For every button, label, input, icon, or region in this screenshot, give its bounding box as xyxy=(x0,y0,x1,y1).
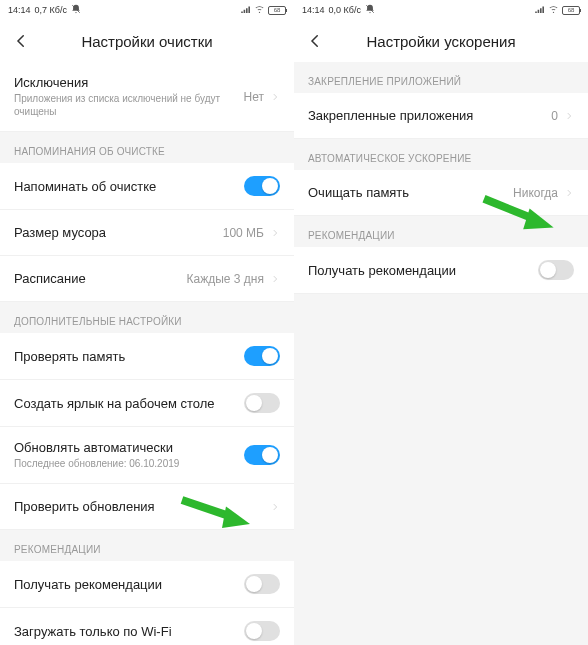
autoupdate-label: Обновлять автоматически xyxy=(14,440,244,455)
page-title: Настройки очистки xyxy=(0,33,294,50)
remind-label: Напоминать об очистке xyxy=(14,179,244,194)
schedule-value: Каждые 3 дня xyxy=(187,272,264,286)
status-speed: 0,0 Кб/с xyxy=(329,5,361,15)
back-icon[interactable] xyxy=(304,30,326,52)
status-speed: 0,7 Кб/с xyxy=(35,5,67,15)
checkmem-label: Проверять память xyxy=(14,349,244,364)
section-pinned: ЗАКРЕПЛЕНИЕ ПРИЛОЖЕНИЙ xyxy=(294,62,588,93)
row-get-recommendations[interactable]: Получать рекомендации xyxy=(0,561,294,608)
getrec-toggle[interactable] xyxy=(538,260,574,280)
battery-icon: 68 xyxy=(268,6,286,15)
exclusions-sub: Приложения из списка исключений не будут… xyxy=(14,92,244,118)
signal-icon xyxy=(535,5,545,15)
chevron-right-icon xyxy=(564,111,574,121)
shortcut-label: Создать ярлык на рабочем столе xyxy=(14,396,244,411)
getrec-label: Получать рекомендации xyxy=(308,263,538,278)
row-autoupdate[interactable]: Обновлять автоматически Последнее обновл… xyxy=(0,427,294,484)
row-wifi-only[interactable]: Загружать только по Wi-Fi xyxy=(0,608,294,645)
pinnedapps-label: Закрепленные приложения xyxy=(308,108,551,123)
section-reminders: НАПОМИНАНИЯ ОБ ОЧИСТКЕ xyxy=(0,132,294,163)
row-check-memory[interactable]: Проверять память xyxy=(0,333,294,380)
screen-cleanup-settings: 14:14 0,7 Кб/с 68 Настройки очистки Искл… xyxy=(0,0,294,645)
section-auto-boost: АВТОМАТИЧЕСКОЕ УСКОРЕНИЕ xyxy=(294,139,588,170)
wifi-toggle[interactable] xyxy=(244,621,280,641)
wifi-label: Загружать только по Wi-Fi xyxy=(14,624,244,639)
pinnedapps-value: 0 xyxy=(551,109,558,123)
shortcut-toggle[interactable] xyxy=(244,393,280,413)
chevron-right-icon xyxy=(270,92,280,102)
row-pinned-apps[interactable]: Закрепленные приложения 0 xyxy=(294,93,588,139)
autoupdate-sub: Последнее обновление: 06.10.2019 xyxy=(14,457,244,470)
wifi-icon xyxy=(548,5,559,15)
getrec-toggle[interactable] xyxy=(244,574,280,594)
header: Настройки очистки xyxy=(0,20,294,62)
status-bar: 14:14 0,0 Кб/с 68 xyxy=(294,0,588,20)
getrec-label: Получать рекомендации xyxy=(14,577,244,592)
remind-toggle[interactable] xyxy=(244,176,280,196)
section-additional: ДОПОЛНИТЕЛЬНЫЕ НАСТРОЙКИ xyxy=(0,302,294,333)
back-icon[interactable] xyxy=(10,30,32,52)
schedule-label: Расписание xyxy=(14,271,187,286)
signal-icon xyxy=(241,5,251,15)
annotation-arrow-icon xyxy=(480,194,560,234)
section-recommendations: РЕКОМЕНДАЦИИ xyxy=(0,530,294,561)
chevron-right-icon xyxy=(270,228,280,238)
trash-label: Размер мусора xyxy=(14,225,223,240)
row-exclusions[interactable]: Исключения Приложения из списка исключен… xyxy=(0,62,294,132)
header: Настройки ускорения xyxy=(294,20,588,62)
row-trash-size[interactable]: Размер мусора 100 МБ xyxy=(0,210,294,256)
chevron-right-icon xyxy=(270,274,280,284)
status-bar: 14:14 0,7 Кб/с 68 xyxy=(0,0,294,20)
screen-boost-settings: 14:14 0,0 Кб/с 68 Настройки ускорения ЗА… xyxy=(294,0,588,645)
dnd-icon xyxy=(365,4,375,16)
autoupdate-toggle[interactable] xyxy=(244,445,280,465)
exclusions-value: Нет xyxy=(244,90,264,104)
page-title: Настройки ускорения xyxy=(294,33,588,50)
row-schedule[interactable]: Расписание Каждые 3 дня xyxy=(0,256,294,302)
chevron-right-icon xyxy=(564,188,574,198)
status-time: 14:14 xyxy=(8,5,31,15)
status-time: 14:14 xyxy=(302,5,325,15)
row-get-recommendations[interactable]: Получать рекомендации xyxy=(294,247,588,294)
chevron-right-icon xyxy=(270,502,280,512)
exclusions-label: Исключения xyxy=(14,75,244,90)
annotation-arrow-icon xyxy=(178,492,258,532)
dnd-icon xyxy=(71,4,81,16)
trash-value: 100 МБ xyxy=(223,226,264,240)
row-remind-clean[interactable]: Напоминать об очистке xyxy=(0,163,294,210)
battery-icon: 68 xyxy=(562,6,580,15)
wifi-icon xyxy=(254,5,265,15)
row-create-shortcut[interactable]: Создать ярлык на рабочем столе xyxy=(0,380,294,427)
checkmem-toggle[interactable] xyxy=(244,346,280,366)
